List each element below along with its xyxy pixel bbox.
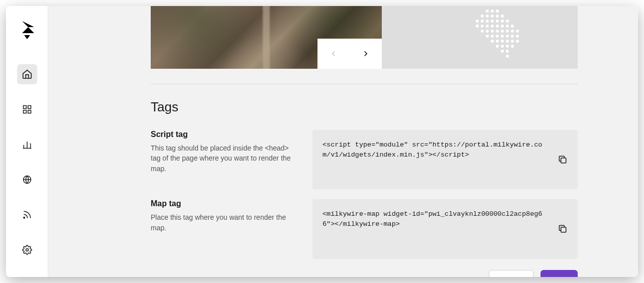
svg-point-48 (516, 35, 519, 38)
svg-rect-1 (28, 106, 31, 109)
svg-point-18 (501, 15, 504, 18)
tags-section: Tags Script tag This tag should be place… (151, 84, 578, 259)
dot-map-icon (387, 6, 538, 69)
carousel-next-button[interactable] (350, 39, 382, 69)
save-button[interactable]: Save (541, 270, 578, 277)
script-tag-code: <script type="module" src="https://porta… (312, 130, 578, 189)
svg-point-59 (501, 50, 504, 53)
svg-rect-62 (561, 158, 566, 163)
svg-point-35 (486, 30, 489, 33)
svg-point-12 (491, 10, 494, 13)
svg-point-24 (501, 20, 504, 23)
carousel-controls (317, 39, 382, 69)
svg-point-28 (486, 25, 489, 28)
svg-point-21 (486, 20, 489, 23)
copy-icon (558, 155, 568, 165)
section-title: Tags (151, 99, 578, 115)
svg-point-61 (506, 55, 509, 58)
svg-point-58 (511, 45, 514, 48)
sidebar-item-rss[interactable] (17, 205, 37, 225)
svg-rect-2 (23, 110, 26, 113)
logo (19, 20, 35, 40)
svg-point-51 (501, 40, 504, 43)
svg-point-20 (481, 20, 484, 23)
svg-point-13 (496, 10, 499, 13)
hero-map-preview (382, 6, 578, 69)
hero-row (151, 6, 578, 69)
sidebar-item-globe[interactable] (17, 170, 37, 190)
hero-image (151, 6, 382, 69)
svg-rect-3 (28, 110, 31, 113)
bar-chart-icon (22, 139, 32, 150)
svg-point-10 (26, 249, 28, 251)
svg-point-38 (501, 30, 504, 33)
svg-point-44 (496, 35, 499, 38)
svg-point-47 (511, 35, 514, 38)
gear-icon (22, 245, 32, 255)
map-tag-help: Place this tag where you want to render … (151, 212, 296, 233)
svg-point-55 (496, 45, 499, 48)
svg-point-22 (491, 20, 494, 23)
svg-point-32 (506, 25, 509, 28)
script-tag-row: Script tag This tag should be placed ins… (151, 130, 578, 189)
sidebar-item-analytics[interactable] (17, 134, 37, 155)
svg-point-45 (501, 35, 504, 38)
svg-point-43 (491, 35, 494, 38)
globe-icon (22, 175, 32, 185)
svg-point-15 (486, 15, 489, 18)
copy-icon (558, 224, 568, 234)
svg-point-23 (496, 20, 499, 23)
copy-map-button[interactable] (557, 223, 569, 235)
svg-point-40 (511, 30, 514, 33)
svg-point-37 (496, 30, 499, 33)
main-content: Tags Script tag This tag should be place… (48, 6, 638, 277)
svg-point-52 (506, 40, 509, 43)
svg-point-26 (476, 25, 479, 28)
sidebar-item-apps[interactable] (17, 99, 37, 119)
map-tag-label: Map tag (151, 199, 296, 208)
svg-point-25 (506, 20, 509, 23)
form-actions: Cancel Save (151, 270, 578, 277)
svg-point-19 (476, 20, 479, 23)
svg-point-53 (511, 40, 514, 43)
svg-point-46 (506, 35, 509, 38)
svg-point-29 (491, 25, 494, 28)
home-icon (22, 69, 33, 80)
svg-point-16 (491, 15, 494, 18)
svg-point-49 (491, 40, 494, 43)
svg-point-36 (491, 30, 494, 33)
rss-icon (22, 210, 32, 220)
carousel-prev-button[interactable] (317, 39, 350, 69)
script-tag-desc: Script tag This tag should be placed ins… (151, 130, 296, 189)
svg-point-11 (486, 10, 489, 13)
app-container: Tags Script tag This tag should be place… (6, 6, 638, 277)
svg-point-30 (496, 25, 499, 28)
svg-point-31 (501, 25, 504, 28)
script-tag-code-text: <script type="module" src="https://porta… (323, 141, 542, 159)
svg-point-34 (481, 30, 484, 33)
svg-point-14 (481, 15, 484, 18)
chevron-left-icon (329, 49, 338, 58)
svg-point-39 (506, 30, 509, 33)
svg-point-42 (486, 35, 489, 38)
sidebar-item-settings[interactable] (17, 240, 37, 260)
map-tag-row: Map tag Place this tag where you want to… (151, 199, 578, 258)
svg-point-41 (516, 30, 519, 33)
copy-script-button[interactable] (557, 154, 569, 166)
svg-point-57 (506, 45, 509, 48)
svg-point-50 (496, 40, 499, 43)
svg-rect-63 (561, 227, 566, 232)
cancel-button[interactable]: Cancel (489, 270, 533, 277)
svg-point-33 (511, 25, 514, 28)
svg-point-60 (506, 50, 509, 53)
sidebar-item-home[interactable] (17, 64, 37, 84)
map-tag-code: <milkywire-map widget-id="pwi_clvayknlz0… (312, 199, 578, 258)
svg-rect-0 (23, 106, 26, 109)
map-tag-desc: Map tag Place this tag where you want to… (151, 199, 296, 258)
svg-point-9 (23, 217, 25, 219)
svg-point-17 (496, 15, 499, 18)
chevron-right-icon (361, 49, 370, 58)
map-tag-code-text: <milkywire-map widget-id="pwi_clvayknlz0… (323, 210, 542, 228)
svg-point-54 (516, 40, 519, 43)
script-tag-help: This tag should be placed inside the <he… (151, 143, 296, 174)
